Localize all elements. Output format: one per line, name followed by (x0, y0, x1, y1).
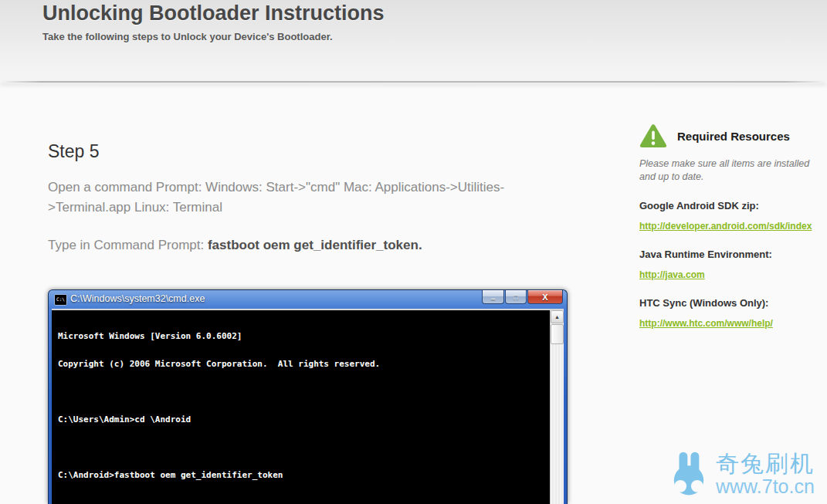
watermark-brand: 奇兔刷机 (716, 452, 815, 475)
scroll-up-icon: ▲ (554, 314, 560, 320)
page: Unlocking Bootloader Instructions Take t… (0, 0, 827, 504)
watermark-url: www.7to.cn (716, 477, 815, 496)
page-title: Unlocking Bootloader Instructions (42, 2, 385, 25)
cmd-app-icon: C:\ (54, 294, 67, 306)
resource-label: Google Android SDK zip: (639, 200, 819, 211)
required-resources-title: Required Resources (677, 130, 790, 143)
minimize-button[interactable]: – (482, 290, 504, 304)
close-icon: X (542, 293, 547, 302)
resource-link-htc-sync[interactable]: http://www.htc.com/www/help/ (639, 318, 773, 329)
minimize-icon: – (491, 295, 496, 303)
page-subtitle: Take the following steps to Unlock your … (42, 31, 333, 42)
terminal-output: Microsoft Windows [Version 6.0.6002] Cop… (58, 313, 547, 499)
terminal-line: Microsoft Windows [Version 6.0.6002] (58, 332, 547, 341)
watermark-text: 奇兔刷机 www.7to.cn (716, 452, 815, 496)
required-resources-panel: Required Resources Please make sure all … (639, 123, 819, 330)
terminal-line (58, 443, 547, 452)
cmd-titlebar[interactable]: C:\ C:\Windows\system32\cmd.exe – □ X (49, 290, 567, 309)
resource-htc-sync: HTC Sync (Windows Only): http://www.htc.… (639, 297, 819, 330)
resource-java-runtime: Java Runtime Environment: http://java.co… (639, 249, 819, 281)
warning-icon (639, 123, 667, 149)
instruction-type-prefix: Type in Command Prompt: (48, 238, 208, 252)
close-button[interactable]: X (527, 290, 563, 304)
instruction-type-command: Type in Command Prompt: fastboot oem get… (48, 235, 542, 255)
maximize-icon: □ (513, 293, 518, 301)
instruction-open-prompt: Open a command Prompt: Windows: Start->"… (48, 178, 536, 218)
cmd-window: C:\ C:\Windows\system32\cmd.exe – □ X Mi… (48, 289, 568, 504)
resource-label: HTC Sync (Windows Only): (639, 297, 819, 309)
terminal-line: C:\Users\Admin>cd \Android (58, 415, 547, 425)
cmd-window-title: C:\Windows\system32\cmd.exe (70, 293, 205, 304)
required-resources-header: Required Resources (639, 123, 819, 149)
step-title: Step 5 (48, 141, 100, 162)
terminal-line (58, 387, 547, 397)
resource-link-java[interactable]: http://java.com (639, 269, 705, 280)
resource-link-android-sdk[interactable]: http://developer.android.com/sdk/index (639, 221, 812, 232)
watermark: 奇兔刷机 www.7to.cn (669, 452, 815, 496)
resource-label: Java Runtime Environment: (639, 249, 819, 260)
scroll-up-button[interactable]: ▲ (551, 310, 564, 323)
fastboot-command-text: fastboot oem get_identifier_token (208, 238, 419, 252)
instruction-suffix: . (419, 238, 422, 252)
terminal-scrollbar[interactable]: ▲ (550, 310, 564, 504)
resource-android-sdk: Google Android SDK zip: http://developer… (639, 200, 819, 232)
page-header: Unlocking Bootloader Instructions Take t… (0, 0, 827, 83)
terminal-line: C:\Android>fastboot oem get_identifier_t… (58, 471, 547, 480)
resources-note: Please make sure all items are installed… (639, 157, 819, 184)
terminal-line: Copyright (c) 2006 Microsoft Corporation… (58, 360, 547, 369)
header-divider (0, 81, 827, 83)
terminal-client-area[interactable]: Microsoft Windows [Version 6.0.6002] Cop… (52, 309, 564, 504)
window-controls: – □ X (482, 290, 563, 304)
scrollbar-thumb[interactable] (551, 324, 564, 344)
maximize-button[interactable]: □ (505, 290, 527, 304)
rabbit-logo-icon (669, 452, 708, 496)
